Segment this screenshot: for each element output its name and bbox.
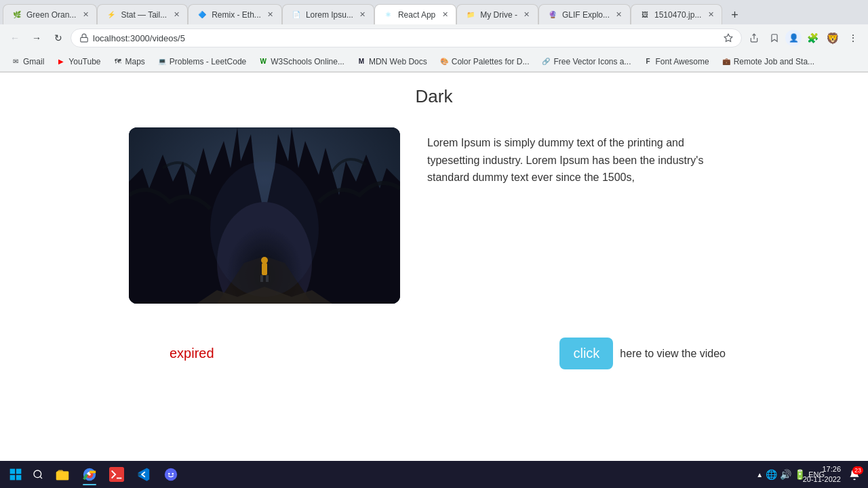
svg-point-15 (34, 470, 41, 478)
extension-puzzle-icon[interactable]: 🧩 (803, 28, 822, 47)
tab-4[interactable]: 📄 Lorem Ipsu... ✕ (282, 4, 374, 24)
taskbar: ▲ 🌐 🔊 🔋 ENG 17:26 20-11-2022 23 (0, 461, 868, 488)
bookmark-gmail[interactable]: ✉ Gmail (5, 55, 50, 68)
tab-5-favicon: ⚛ (383, 9, 394, 20)
taskbar-time: 17:26 (803, 464, 841, 474)
tab-3-favicon: 🔷 (197, 9, 208, 20)
tab-1-close[interactable]: ✕ (80, 9, 91, 20)
star-icon[interactable] (724, 33, 733, 43)
more-options-button[interactable]: ⋮ (844, 28, 863, 47)
tab-6-title: My Drive - (480, 10, 517, 20)
bookmark-colorpalette[interactable]: 🎨 Color Palettes for D... (434, 55, 535, 68)
bookmark-leetcode[interactable]: 💻 Problems - LeetCode (152, 55, 252, 68)
bookmark-colorpalette-label: Color Palettes for D... (452, 57, 530, 66)
bookmark-remotejob-label: Remote Job and Sta... (734, 57, 814, 66)
taskbar-discord[interactable] (159, 462, 183, 487)
notification-count: 23 (852, 466, 863, 474)
bookmark-fontawesome[interactable]: F Font Awesome (638, 55, 715, 68)
share-button[interactable] (745, 28, 764, 47)
bookmark-remotejob[interactable]: 💼 Remote Job and Sta... (716, 55, 820, 68)
forward-button[interactable]: → (27, 28, 46, 47)
taskbar-vscode[interactable] (132, 462, 156, 487)
bookmark-freevector[interactable]: 🔗 Free Vector Icons a... (536, 55, 636, 68)
tab-2-title: Stat — Tail... (121, 10, 167, 20)
svg-point-10 (210, 161, 319, 297)
expired-label: expired (170, 346, 214, 361)
taskbar-notification-button[interactable]: 23 (846, 466, 863, 483)
fontawesome-icon: F (644, 57, 653, 66)
tab-4-favicon: 📄 (291, 9, 302, 20)
profile-button[interactable]: 👤 (785, 30, 802, 46)
tab-6[interactable]: 📁 My Drive - ✕ (456, 4, 538, 24)
taskbar-search-button[interactable] (28, 465, 47, 484)
bookmark-mdn-label: MDN Web Docs (369, 57, 427, 66)
browser-chrome: 🌿 Green Oran... ✕ ⚡ Stat — Tail... ✕ 🔷 R… (0, 0, 868, 73)
tab-3-close[interactable]: ✕ (265, 9, 276, 20)
tab-3-title: Remix - Eth... (212, 10, 261, 20)
taskbar-terminal[interactable] (104, 462, 129, 487)
bookmark-w3schools[interactable]: W W3Schools Online... (253, 55, 350, 68)
bookmark-gmail-label: Gmail (23, 57, 44, 66)
bookmark-mdn[interactable]: M MDN Web Docs (351, 55, 433, 68)
back-button[interactable]: ← (5, 28, 24, 47)
tab-6-close[interactable]: ✕ (521, 9, 532, 20)
tab-7[interactable]: 🔮 GLIF Explo... ✕ (538, 4, 631, 24)
bookmark-button[interactable] (765, 28, 784, 47)
search-icon (33, 469, 43, 480)
svg-rect-13 (10, 475, 16, 481)
click-video-button[interactable]: click (559, 338, 613, 369)
reload-button[interactable]: ↻ (49, 28, 68, 47)
svg-rect-0 (81, 37, 88, 41)
taskbar-network-icon[interactable]: 🌐 (766, 469, 777, 480)
tab-1[interactable]: 🌿 Green Oran... ✕ (3, 4, 97, 24)
remotejob-icon: 💼 (722, 57, 731, 66)
tab-2-favicon: ⚡ (106, 9, 117, 20)
discord-icon (163, 467, 178, 482)
svg-point-22 (165, 468, 177, 481)
tab-8-favicon: 🖼 (639, 9, 650, 20)
tab-8-title: 1510470.jp... (654, 10, 701, 20)
taskbar-volume-icon[interactable]: 🔊 (780, 469, 791, 480)
svg-rect-20 (109, 467, 124, 482)
tab-2-close[interactable]: ✕ (171, 9, 182, 20)
start-button[interactable] (5, 464, 26, 485)
bookmarks-bar: ✉ Gmail ▶ YouTube 🗺 Maps 💻 Problems - Le… (0, 52, 868, 72)
taskbar-system-icons: ▲ 🌐 🔊 🔋 ENG (784, 468, 797, 481)
thumbnail-image (129, 127, 400, 304)
tab-bar: 🌿 Green Oran... ✕ ⚡ Stat — Tail... ✕ 🔷 R… (0, 0, 868, 24)
tab-5-active[interactable]: ⚛ React App ✕ (374, 4, 456, 24)
profile-avatar[interactable]: 🦁 (823, 28, 842, 47)
tab-7-close[interactable]: ✕ (614, 9, 625, 20)
bookmark-maps-label: Maps (125, 57, 145, 66)
nav-bar: ← → ↻ localhost:3000/videos/5 👤 🧩 🦁 ⋮ (0, 24, 868, 52)
tab-8-close[interactable]: ✕ (705, 9, 716, 20)
tab-7-title: GLIF Explo... (562, 10, 610, 20)
tab-2[interactable]: ⚡ Stat — Tail... ✕ (97, 4, 188, 24)
terminal-icon (109, 467, 124, 482)
tab-7-favicon: 🔮 (547, 9, 558, 20)
taskbar-date: 20-11-2022 (803, 474, 841, 485)
taskbar-file-explorer[interactable] (50, 462, 75, 487)
address-bar[interactable]: localhost:3000/videos/5 (71, 28, 742, 47)
bookmark-maps[interactable]: 🗺 Maps (108, 55, 151, 68)
bookmark-youtube[interactable]: ▶ YouTube (51, 55, 106, 68)
svg-rect-14 (16, 475, 22, 481)
mdn-icon: M (357, 57, 366, 66)
gmail-icon: ✉ (11, 57, 20, 66)
chrome-icon (82, 467, 97, 482)
svg-point-23 (168, 473, 170, 475)
taskbar-left (5, 462, 183, 487)
tab-1-favicon: 🌿 (12, 9, 22, 20)
tab-5-close[interactable]: ✕ (439, 9, 450, 20)
bookmark-w3schools-label: W3Schools Online... (271, 57, 344, 66)
new-tab-button[interactable]: + (725, 5, 744, 24)
taskbar-up-arrow[interactable]: ▲ (756, 471, 763, 479)
tab-3[interactable]: 🔷 Remix - Eth... ✕ (188, 4, 282, 24)
taskbar-clock[interactable]: 17:26 20-11-2022 (803, 464, 841, 485)
content-area: Lorem Ipsum is simply dummy text of the … (129, 127, 739, 304)
youtube-icon: ▶ (56, 57, 66, 66)
tab-8[interactable]: 🖼 1510470.jp... ✕ (631, 4, 722, 24)
bottom-area: expired click here to view the video (129, 338, 739, 369)
taskbar-chrome[interactable] (77, 462, 102, 487)
tab-4-close[interactable]: ✕ (357, 9, 368, 20)
